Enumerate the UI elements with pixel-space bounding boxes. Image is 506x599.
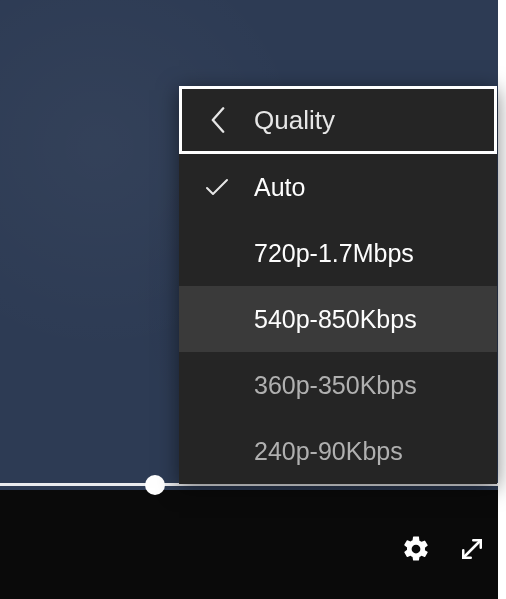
progress-thumb[interactable] bbox=[145, 475, 165, 495]
quality-option[interactable]: 720p-1.7Mbps bbox=[179, 220, 497, 286]
quality-option-label: 720p-1.7Mbps bbox=[254, 239, 414, 268]
quality-option-label: Auto bbox=[254, 173, 305, 202]
svg-line-0 bbox=[463, 540, 481, 558]
settings-button[interactable] bbox=[392, 525, 440, 573]
quality-menu: Quality Auto720p-1.7Mbps540p-850Kbps360p… bbox=[179, 86, 497, 484]
quality-option[interactable]: 540p-850Kbps bbox=[179, 286, 497, 352]
fullscreen-icon bbox=[457, 534, 487, 564]
quality-menu-title: Quality bbox=[254, 105, 335, 136]
quality-option[interactable]: 360p-350Kbps bbox=[179, 352, 497, 418]
quality-option-label: 540p-850Kbps bbox=[254, 305, 417, 334]
right-white-edge bbox=[498, 0, 506, 599]
quality-option-label: 360p-350Kbps bbox=[254, 371, 417, 400]
quality-option[interactable]: 240p-90Kbps bbox=[179, 418, 497, 484]
check-icon bbox=[179, 176, 254, 198]
quality-option[interactable]: Auto bbox=[179, 154, 497, 220]
video-player-frame: Quality Auto720p-1.7Mbps540p-850Kbps360p… bbox=[0, 0, 506, 599]
quality-option-label: 240p-90Kbps bbox=[254, 437, 403, 466]
quality-menu-items: Auto720p-1.7Mbps540p-850Kbps360p-350Kbps… bbox=[179, 154, 497, 484]
fullscreen-button[interactable] bbox=[448, 525, 496, 573]
back-icon bbox=[182, 107, 254, 133]
gear-icon bbox=[401, 534, 431, 564]
quality-menu-header[interactable]: Quality bbox=[179, 86, 497, 154]
